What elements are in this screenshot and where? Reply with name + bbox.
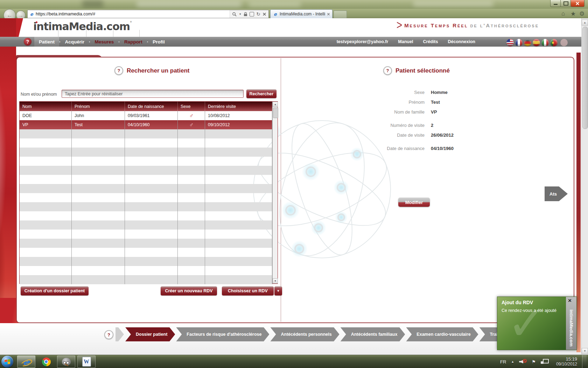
- table-scrollbar[interactable]: ▲ ▼: [272, 102, 278, 284]
- empty-table-row[interactable]: [20, 166, 272, 175]
- name-search-input[interactable]: [62, 90, 243, 97]
- refresh-icon[interactable]: ↻: [256, 11, 260, 17]
- nav-item-mesures[interactable]: Mesures: [90, 37, 119, 47]
- empty-table-row[interactable]: [20, 266, 272, 275]
- maximize-button[interactable]: [560, 0, 571, 7]
- minimize-button[interactable]: [550, 0, 561, 7]
- hidden-icons-chevron-icon[interactable]: ▲: [511, 360, 514, 363]
- patient-field-value: 04/10/1960: [431, 146, 454, 151]
- table-cell: [178, 257, 205, 266]
- taskbar-app-word[interactable]: W: [77, 355, 96, 368]
- flag-spain-icon[interactable]: [533, 39, 540, 46]
- new-tab-button[interactable]: [334, 11, 347, 18]
- url-input[interactable]: [34, 11, 230, 17]
- empty-table-row[interactable]: [20, 211, 272, 220]
- help-icon[interactable]: ?: [24, 38, 31, 46]
- nav-item-patient[interactable]: Patient: [34, 37, 59, 47]
- scroll-down-icon[interactable]: ▼: [273, 278, 278, 284]
- flag-usa-icon[interactable]: [506, 39, 514, 46]
- scroll-up-icon[interactable]: ▲: [273, 102, 278, 107]
- empty-table-row[interactable]: [20, 184, 272, 193]
- flag-disabled-icon: [560, 39, 568, 46]
- choose-rdv-button[interactable]: Choisissez un RDV: [222, 286, 274, 295]
- table-cell: [178, 266, 205, 275]
- breadcrumb-item-antecedents-personnels[interactable]: Antécédents personnels: [270, 327, 339, 341]
- empty-table-row[interactable]: [20, 275, 272, 284]
- flag-portugal-icon[interactable]: [550, 39, 558, 46]
- choose-rdv-dropdown-arrow[interactable]: ▼: [274, 286, 282, 295]
- action-center-flag-icon[interactable]: ⚑: [532, 359, 536, 364]
- empty-table-row[interactable]: [20, 157, 272, 166]
- help-icon[interactable]: ?: [104, 330, 113, 339]
- table-cell: [72, 220, 125, 230]
- address-bar[interactable]: e ▼ ↻: [27, 10, 269, 18]
- flag-france-icon[interactable]: [515, 39, 523, 46]
- stop-icon[interactable]: [262, 12, 266, 16]
- table-cell: [125, 138, 178, 148]
- empty-table-row[interactable]: [20, 148, 272, 157]
- table-row[interactable]: DOEJohn09/03/1961♂10/08/2012: [20, 111, 272, 120]
- search-dropdown-icon[interactable]: ▼: [239, 13, 241, 16]
- column-header-4: Dernière visite: [205, 102, 272, 111]
- table-cell: [72, 211, 125, 220]
- link-credits[interactable]: Crédits: [423, 39, 438, 44]
- help-icon[interactable]: ?: [383, 66, 392, 75]
- page-scrollbar[interactable]: ▲ ▼: [581, 18, 588, 355]
- close-button[interactable]: [570, 0, 584, 7]
- breadcrumb-item-antecedents-familiaux[interactable]: Antécédents familiaux: [341, 327, 405, 341]
- table-cell: [125, 220, 178, 230]
- create-rdv-button[interactable]: Créer un nouveau RDV: [161, 286, 217, 295]
- table-cell: [72, 184, 125, 193]
- taskbar-app-chrome[interactable]: [37, 356, 55, 368]
- link-deconnexion[interactable]: Déconnexion: [448, 39, 476, 44]
- taskbar-app-gimp[interactable]: [57, 355, 75, 368]
- start-button[interactable]: [1, 356, 13, 368]
- breadcrumb-item-dossier-patient[interactable]: Dossier patient: [125, 327, 175, 341]
- search-icon[interactable]: [232, 12, 237, 16]
- table-row[interactable]: VPTest04/10/1960♂09/10/2012: [20, 120, 272, 129]
- compatibility-view-icon[interactable]: [250, 12, 254, 16]
- rechercher-button[interactable]: Rechercher: [246, 89, 276, 98]
- empty-table-row[interactable]: [20, 175, 272, 184]
- empty-table-row[interactable]: [20, 220, 272, 230]
- flag-italy-icon[interactable]: [541, 39, 549, 46]
- breadcrumb-item-facteurs-risque[interactable]: Facteurs de risque d'athérosclérose: [176, 327, 269, 341]
- flag-germany-icon[interactable]: [524, 39, 531, 46]
- empty-table-row[interactable]: [20, 193, 272, 202]
- volume-muted-icon[interactable]: [519, 359, 527, 365]
- show-desktop-button[interactable]: [582, 355, 587, 368]
- tab-close-icon[interactable]: [327, 13, 330, 16]
- scroll-up-icon[interactable]: ▲: [582, 20, 588, 26]
- scroll-down-icon[interactable]: ▼: [582, 348, 588, 354]
- empty-table-row[interactable]: [20, 138, 272, 148]
- modifier-button[interactable]: Modifier: [398, 198, 430, 207]
- create-dossier-button[interactable]: Création d'un dossier patient: [21, 286, 89, 295]
- browser-tab[interactable]: e IntimaMedia.com - Intellig...: [270, 9, 332, 18]
- nav-item-profil[interactable]: Profil: [148, 37, 169, 47]
- taskbar-app-internet-explorer[interactable]: e: [17, 355, 35, 368]
- breadcrumb-item-examen-cardio[interactable]: Examen cardio-vasculaire: [406, 327, 478, 341]
- empty-table-row[interactable]: [20, 129, 272, 138]
- empty-table-row[interactable]: [20, 257, 272, 266]
- language-indicator[interactable]: FR: [500, 359, 506, 364]
- empty-table-row[interactable]: [20, 239, 272, 248]
- empty-table-row[interactable]: [20, 202, 272, 211]
- sex-cell: ♂: [178, 120, 205, 129]
- selected-patient-header: ? Patient sélectionné: [383, 66, 450, 75]
- help-icon[interactable]: ?: [114, 66, 123, 75]
- empty-table-row[interactable]: [20, 248, 272, 257]
- table-cell: [178, 202, 205, 211]
- scrollbar-thumb[interactable]: [273, 108, 278, 118]
- network-icon[interactable]: [541, 359, 549, 365]
- scrollbar-thumb[interactable]: [582, 27, 588, 129]
- empty-table-row[interactable]: [20, 230, 272, 239]
- home-icon[interactable]: ⌂: [561, 10, 565, 17]
- table-cell: 09/10/2012: [205, 120, 272, 129]
- nav-item-rapport[interactable]: Rapport: [120, 37, 147, 47]
- nav-item-acquerir[interactable]: Acquérir: [61, 37, 89, 47]
- taskbar-clock[interactable]: 15:19 09/10/2012: [556, 356, 577, 367]
- tools-gear-icon[interactable]: ⚙: [579, 10, 584, 18]
- favorites-star-icon[interactable]: ★: [570, 10, 576, 18]
- toast-close-icon[interactable]: ×: [568, 298, 572, 304]
- link-manuel[interactable]: Manuel: [398, 39, 413, 44]
